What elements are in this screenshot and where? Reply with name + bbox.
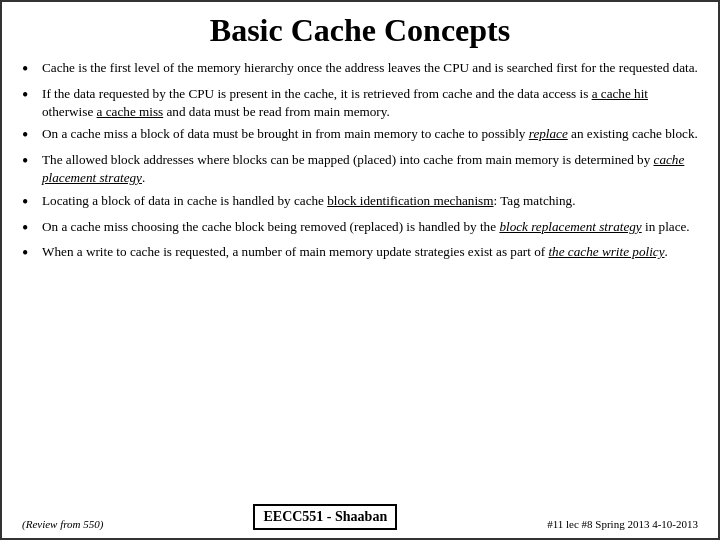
- bullet-dot: •: [22, 85, 42, 106]
- slide: Basic Cache Concepts •Cache is the first…: [0, 0, 720, 540]
- bullet-dot: •: [22, 125, 42, 146]
- bullet-list: •Cache is the first level of the memory …: [22, 59, 698, 500]
- bullet-dot: •: [22, 192, 42, 213]
- bullet-text: On a cache miss a block of data must be …: [42, 125, 698, 143]
- bullet-item: •The allowed block addresses where block…: [22, 151, 698, 187]
- bullet-text: Cache is the first level of the memory h…: [42, 59, 698, 77]
- bullet-item: •On a cache miss choosing the cache bloc…: [22, 218, 698, 239]
- slide-title: Basic Cache Concepts: [22, 12, 698, 49]
- bullet-dot: •: [22, 151, 42, 172]
- bullet-dot: •: [22, 59, 42, 80]
- footer-left: (Review from 550): [22, 518, 103, 530]
- bullet-item: •When a write to cache is requested, a n…: [22, 243, 698, 264]
- bullet-dot: •: [22, 243, 42, 264]
- bullet-item: •Locating a block of data in cache is ha…: [22, 192, 698, 213]
- bullet-text: If the data requested by the CPU is pres…: [42, 85, 698, 121]
- bullet-text: On a cache miss choosing the cache block…: [42, 218, 698, 236]
- bullet-dot: •: [22, 218, 42, 239]
- bullet-item: •On a cache miss a block of data must be…: [22, 125, 698, 146]
- footer: (Review from 550) EECC551 - Shaaban #11 …: [22, 504, 698, 530]
- bullet-text: Locating a block of data in cache is han…: [42, 192, 698, 210]
- bullet-text: When a write to cache is requested, a nu…: [42, 243, 698, 261]
- bullet-item: •If the data requested by the CPU is pre…: [22, 85, 698, 121]
- footer-brand: EECC551 - Shaaban: [253, 504, 397, 530]
- bullet-item: •Cache is the first level of the memory …: [22, 59, 698, 80]
- footer-page: #11 lec #8 Spring 2013 4-10-2013: [547, 518, 698, 530]
- bullet-text: The allowed block addresses where blocks…: [42, 151, 698, 187]
